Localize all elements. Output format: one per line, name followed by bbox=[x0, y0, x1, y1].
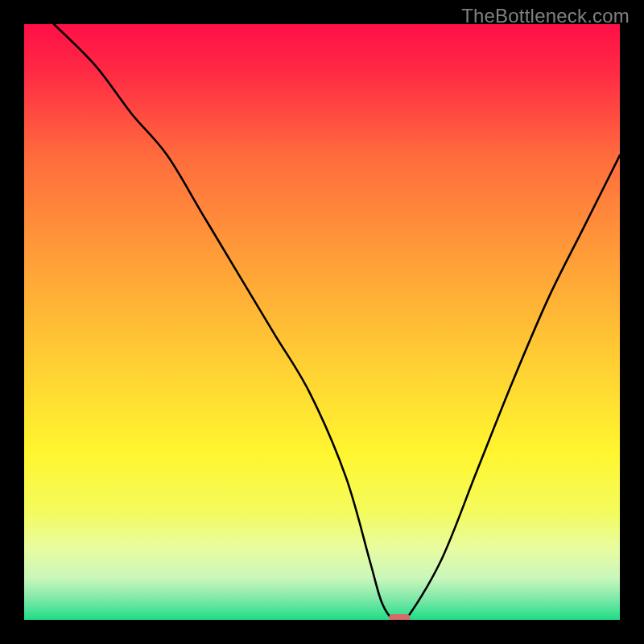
chart-frame: TheBottleneck.com bbox=[0, 0, 644, 644]
bottleneck-chart bbox=[24, 24, 620, 620]
gradient-background bbox=[24, 24, 620, 620]
plot-area bbox=[24, 24, 620, 620]
watermark-text: TheBottleneck.com bbox=[461, 5, 630, 27]
optimal-marker bbox=[389, 614, 410, 620]
